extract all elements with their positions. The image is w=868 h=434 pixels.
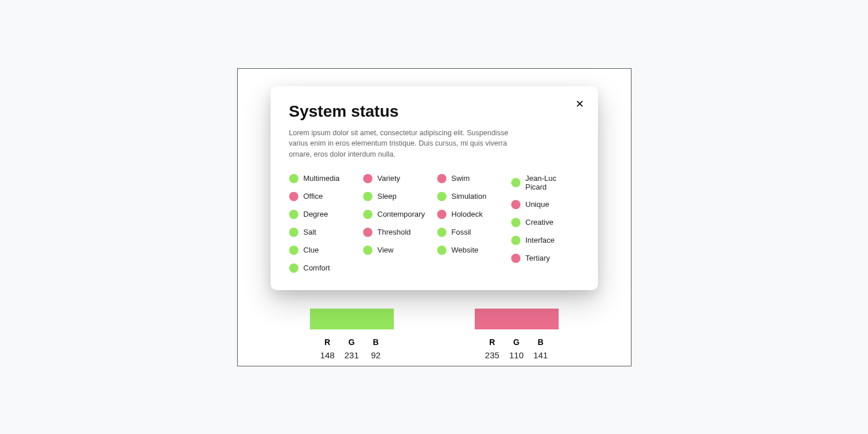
status-dot-icon — [511, 236, 520, 245]
status-dot-icon — [437, 210, 446, 219]
status-dot-icon — [511, 200, 520, 209]
status-dot-icon — [437, 246, 446, 255]
status-dot-icon — [363, 192, 372, 201]
rgb-label-g: G — [504, 337, 528, 347]
status-item: Variety — [363, 174, 431, 183]
status-label: Jean-Luc Picard — [526, 174, 579, 191]
status-item: Holodeck — [437, 210, 505, 219]
swatch-green: R G B 148 231 92 — [310, 309, 394, 360]
status-item: Unique — [511, 200, 579, 209]
status-label: Variety — [378, 174, 401, 183]
status-item: Simulation — [437, 192, 505, 201]
status-column-2: Swim Simulation Holodeck Fossil Website — [437, 174, 505, 273]
rgb-header-row: R G B — [310, 337, 394, 347]
status-label: Tertiary — [526, 254, 551, 262]
color-swatches: R G B 148 231 92 R G B 235 110 141 — [238, 309, 631, 360]
status-column-3: Jean-Luc Picard Unique Creative Interfac… — [511, 174, 579, 273]
status-item: Tertiary — [511, 254, 579, 263]
status-item: Swim — [437, 174, 505, 183]
status-dot-icon — [363, 210, 372, 219]
status-label: Creative — [526, 218, 553, 227]
status-item: Jean-Luc Picard — [511, 174, 579, 191]
status-label: Contemporary — [378, 210, 425, 218]
status-dot-icon — [511, 218, 520, 227]
system-status-dialog: ✕ System status Lorem ipsum dolor sit am… — [271, 86, 598, 290]
status-item: Creative — [511, 218, 579, 227]
status-label: Salt — [304, 228, 316, 236]
status-label: Swim — [452, 174, 470, 183]
status-label: View — [378, 246, 394, 254]
status-label: Threshold — [378, 228, 411, 236]
status-label: Fossil — [452, 228, 471, 236]
status-dot-icon — [289, 210, 298, 219]
status-label: Holodeck — [452, 210, 483, 218]
status-item: Contemporary — [363, 210, 431, 219]
rgb-value-r: 235 — [481, 350, 504, 360]
rgb-value-row: 148 231 92 — [310, 350, 394, 360]
status-label: Multimedia — [304, 174, 340, 183]
rgb-label-r: R — [481, 337, 504, 347]
frame: ✕ System status Lorem ipsum dolor sit am… — [237, 68, 631, 366]
status-item: Threshold — [363, 228, 431, 237]
rgb-label-b: B — [529, 337, 552, 347]
status-label: Sleep — [378, 192, 397, 201]
swatch-color-icon — [475, 309, 559, 329]
rgb-value-g: 110 — [504, 350, 528, 360]
status-label: Interface — [526, 236, 555, 244]
status-item: Degree — [289, 210, 357, 219]
swatch-color-icon — [310, 309, 394, 329]
rgb-value-r: 148 — [316, 350, 339, 360]
rgb-label-r: R — [316, 337, 339, 347]
status-item: Interface — [511, 236, 579, 245]
rgb-value-b: 141 — [529, 350, 552, 360]
status-label: Clue — [304, 246, 319, 254]
status-item: Multimedia — [289, 174, 357, 183]
status-dot-icon — [437, 192, 446, 201]
rgb-value-g: 231 — [339, 350, 363, 360]
status-dot-icon — [289, 246, 298, 255]
status-dot-icon — [363, 174, 372, 183]
dialog-title: System status — [289, 102, 579, 121]
rgb-label-b: B — [364, 337, 387, 347]
status-item: Office — [289, 192, 357, 201]
status-dot-icon — [289, 192, 298, 201]
status-dot-icon — [289, 228, 298, 237]
status-dot-icon — [289, 264, 298, 273]
status-label: Website — [452, 246, 479, 254]
close-icon: ✕ — [575, 98, 584, 110]
status-grid: Multimedia Office Degree Salt Clue Comfo… — [289, 174, 579, 273]
status-dot-icon — [437, 174, 446, 183]
rgb-label-g: G — [339, 337, 363, 347]
status-item: Fossil — [437, 228, 505, 237]
status-column-0: Multimedia Office Degree Salt Clue Comfo… — [289, 174, 357, 273]
status-dot-icon — [437, 228, 446, 237]
status-label: Comfort — [304, 264, 330, 272]
close-button[interactable]: ✕ — [573, 97, 586, 112]
status-label: Office — [304, 192, 323, 201]
swatch-red: R G B 235 110 141 — [475, 309, 559, 360]
status-item: Website — [437, 246, 505, 255]
status-dot-icon — [363, 246, 372, 255]
status-dot-icon — [363, 228, 372, 237]
status-item: Salt — [289, 228, 357, 237]
rgb-header-row: R G B — [475, 337, 559, 347]
status-column-1: Variety Sleep Contemporary Threshold Vie… — [363, 174, 431, 273]
status-item: Clue — [289, 246, 357, 255]
rgb-value-row: 235 110 141 — [475, 350, 559, 360]
dialog-description: Lorem ipsum dolor sit amet, consectetur … — [289, 128, 520, 160]
rgb-value-b: 92 — [364, 350, 387, 360]
status-item: Comfort — [289, 264, 357, 273]
status-dot-icon — [511, 178, 520, 187]
status-dot-icon — [511, 254, 520, 263]
status-label: Unique — [526, 200, 549, 209]
status-item: View — [363, 246, 431, 255]
status-label: Degree — [304, 210, 328, 218]
status-label: Simulation — [452, 192, 487, 201]
status-dot-icon — [289, 174, 298, 183]
status-item: Sleep — [363, 192, 431, 201]
